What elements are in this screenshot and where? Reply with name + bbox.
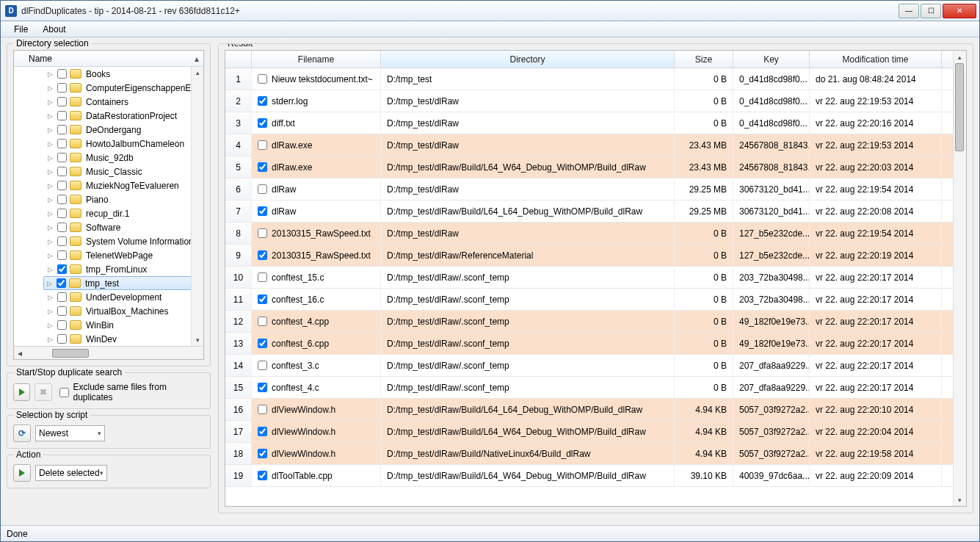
grid-header[interactable]: Filename Directory Size Key Modification… [225,51,953,68]
tree-item-checkbox[interactable] [57,111,67,120]
table-row[interactable]: 19dlToolTable.cppD:/tmp_test/dlRaw/Build… [225,465,953,487]
row-checkbox[interactable] [258,96,267,106]
table-row[interactable]: 820130315_RawSpeed.txtD:/tmp_test/dlRaw0… [225,223,953,245]
table-row[interactable]: 3diff.txtD:/tmp_test/dlRaw0 B0_d41d8cd98… [225,112,953,134]
titlebar[interactable]: D dlFindDuplicates - tip - 2014-08-21 - … [1,1,979,21]
minimize-button[interactable]: — [899,4,919,18]
tree-item-system-volume-information[interactable]: ▷System Volume Information [14,234,203,248]
table-row[interactable]: 11conftest_16.cD:/tmp_test/dlRaw/.sconf_… [225,289,953,311]
row-checkbox[interactable] [258,118,267,128]
row-checkbox[interactable] [258,383,267,392]
column-filename[interactable]: Filename [252,51,381,68]
tree-item-books[interactable]: ▷Books [14,67,203,81]
tree-item-telenetwebpage[interactable]: ▷TelenetWebPage [14,248,203,262]
row-checkbox[interactable] [258,295,267,304]
table-row[interactable]: 14conftest_3.cD:/tmp_test/dlRaw/.sconf_t… [225,355,953,377]
row-checkbox[interactable] [258,140,267,150]
row-checkbox[interactable] [258,250,267,260]
row-checkbox[interactable] [258,405,267,414]
maximize-button[interactable]: ☐ [921,4,941,18]
scroll-thumb[interactable] [955,63,964,151]
tree-item-computereigenschappenenin[interactable]: ▷ComputerEigenschappenEnIn [14,81,203,95]
expander-icon[interactable]: ▷ [46,280,54,287]
tree-horizontal-scrollbar[interactable]: ◂ [14,346,203,359]
tree-item-checkbox[interactable] [57,69,67,79]
expander-icon[interactable]: ▷ [46,210,54,217]
row-checkbox[interactable] [258,339,267,348]
tree-item-checkbox[interactable] [57,83,67,93]
table-row[interactable]: 10conftest_15.cD:/tmp_test/dlRaw/.sconf_… [225,267,953,289]
tree-vertical-scrollbar[interactable]: ▴ ▾ [191,67,203,346]
column-modtime[interactable]: Modification time [810,51,942,68]
expander-icon[interactable]: ▷ [46,224,54,231]
run-action-button[interactable] [13,464,31,482]
menu-about[interactable]: About [35,24,73,35]
expander-icon[interactable]: ▷ [46,336,54,343]
table-row[interactable]: 15conftest_4.cD:/tmp_test/dlRaw/.sconf_t… [225,377,953,399]
column-rownum[interactable] [225,51,252,68]
table-row[interactable]: 18dlViewWindow.hD:/tmp_test/dlRaw/Build/… [225,443,953,465]
row-checkbox[interactable] [258,184,267,194]
tree-item-checkbox[interactable] [57,223,67,232]
start-search-button[interactable] [13,383,30,401]
row-checkbox[interactable] [258,228,267,238]
expander-icon[interactable]: ▷ [46,168,54,176]
column-size[interactable]: Size [675,51,733,68]
scroll-down-icon[interactable]: ▾ [954,494,966,506]
expander-icon[interactable]: ▷ [46,252,54,259]
expander-icon[interactable]: ▷ [46,84,54,92]
tree-item-tmp-fromlinux[interactable]: ▷tmp_FromLinux [14,262,203,276]
tree-item-checkbox[interactable] [57,320,67,330]
stop-search-button[interactable]: ✖ [35,383,51,401]
tree-item-checkbox[interactable] [57,125,67,134]
tree-item-checkbox[interactable] [57,139,67,148]
table-row[interactable]: 5dlRaw.exeD:/tmp_test/dlRaw/Build/L64_W6… [225,156,953,178]
tree-item-recup-dir-1[interactable]: ▷recup_dir.1 [14,206,203,220]
expander-icon[interactable]: ▷ [46,196,54,203]
tree-item-checkbox[interactable] [57,195,67,204]
tree-item-checkbox[interactable] [57,209,67,218]
row-checkbox[interactable] [258,361,267,370]
script-combo[interactable]: Newest ▾ [35,425,105,441]
expander-icon[interactable]: ▷ [46,322,54,329]
expander-icon[interactable]: ▷ [46,112,54,120]
row-checkbox[interactable] [258,449,267,458]
expander-icon[interactable]: ▷ [46,154,54,162]
close-button[interactable]: ✕ [943,4,976,18]
table-row[interactable]: 13conftest_6.cppD:/tmp_test/dlRaw/.sconf… [225,333,953,355]
table-row[interactable]: 2stderr.logD:/tmp_test/dlRaw0 B0_d41d8cd… [225,90,953,112]
tree-item-datarestorationproject[interactable]: ▷DataRestorationProject [14,109,203,123]
tree-item-music-92db[interactable]: ▷Music_92db [14,151,203,165]
tree-item-checkbox[interactable] [57,97,67,106]
row-checkbox[interactable] [258,206,267,216]
expander-icon[interactable]: ▷ [46,308,54,315]
scroll-down-icon[interactable]: ▾ [192,334,203,346]
tree-item-deondergang[interactable]: ▷DeOndergang [14,123,203,137]
tree-item-virtualbox-machines[interactable]: ▷VirtualBox_Machines [14,304,203,318]
exclude-same-checkbox[interactable] [59,388,69,397]
row-checkbox[interactable] [258,272,267,282]
tree-item-checkbox[interactable] [57,153,67,162]
tree-item-checkbox[interactable] [57,306,67,316]
table-row[interactable]: 1Nieuw tekstdocument.txt~D:/tmp_test0 B0… [225,68,953,90]
table-row[interactable]: 12conftest_4.cppD:/tmp_test/dlRaw/.sconf… [225,311,953,333]
tree-item-underdevelopment[interactable]: ▷UnderDevelopment [14,290,203,304]
tree-item-muzieknogteevalueren[interactable]: ▷MuziekNogTeEvalueren [14,178,203,192]
tree-item-checkbox[interactable] [57,334,67,344]
expander-icon[interactable]: ▷ [46,71,54,78]
tree-item-tmp-test[interactable]: ▷tmp_test [43,276,202,290]
grid-vertical-scrollbar[interactable]: ▴ ▾ [953,51,966,506]
table-row[interactable]: 17dlViewWindow.hD:/tmp_test/dlRaw/Build/… [225,421,953,443]
expander-icon[interactable]: ▷ [46,238,54,245]
action-combo[interactable]: Delete selected ▾ [35,465,107,481]
tree-item-checkbox[interactable] [57,167,67,176]
tree-item-checkbox[interactable] [57,236,67,246]
row-checkbox[interactable] [258,471,267,480]
directory-tree[interactable]: Name ▴ ▷Books▷ComputerEigenschappenEnIn▷… [13,50,204,360]
expander-icon[interactable]: ▷ [46,294,54,301]
scroll-up-icon[interactable]: ▴ [954,51,966,63]
grid-body[interactable]: 1Nieuw tekstdocument.txt~D:/tmp_test0 B0… [225,68,953,506]
tree-item-howtojalbumchameleon[interactable]: ▷HowtoJalbumChameleon [14,137,203,151]
tree-item-checkbox[interactable] [57,278,66,288]
row-checkbox[interactable] [258,317,267,326]
